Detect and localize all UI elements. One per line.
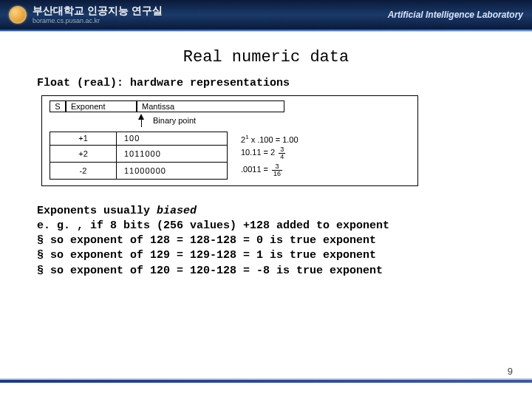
cell-result: .0011 = 316: [228, 162, 338, 179]
body-text: Exponents usually biased e. g. , if 8 bi…: [37, 204, 495, 279]
arrow-up-icon: [138, 114, 144, 127]
bullet-list: so exponent of 128 = 128-128 = 0 is true…: [37, 233, 495, 279]
cell-man: 11000000: [117, 162, 228, 179]
university-logo-icon: [9, 6, 27, 24]
field-layout-row: S Exponent Mantissa: [50, 100, 410, 112]
field-mantissa: Mantissa: [137, 100, 284, 112]
org-subtitle: borame.cs.pusan.ac.kr: [33, 17, 163, 24]
cell-man: 100: [117, 132, 228, 146]
cell-exp: -2: [50, 162, 117, 179]
field-sign: S: [50, 100, 66, 112]
slide-content: Real numeric data Float (real): hardware…: [0, 32, 532, 279]
cell-exp: +1: [50, 132, 117, 146]
line-2: e. g. , if 8 bits (256 values) +128 adde…: [37, 219, 495, 233]
binary-point-row: Binary point: [138, 114, 410, 127]
page-number: 9: [508, 366, 513, 377]
subtitle: Float (real): hardware representations: [37, 77, 495, 89]
header-left: 부산대학교 인공지능 연구실 borame.cs.pusan.ac.kr: [9, 5, 163, 24]
lab-name: Artificial Intelligence Laboratory: [388, 10, 523, 20]
table-row: -2 11000000 .0011 = 316: [50, 162, 338, 179]
cell-result: 21 x .100 = 1.00: [228, 132, 338, 146]
list-item: so exponent of 120 = 120-128 = -8 is tru…: [37, 264, 495, 279]
list-item: so exponent of 128 = 128-128 = 0 is true…: [37, 233, 495, 248]
float-diagram: S Exponent Mantissa Binary point +1 100 …: [41, 95, 418, 186]
header-title-block: 부산대학교 인공지능 연구실 borame.cs.pusan.ac.kr: [33, 5, 163, 24]
table-row: +1 100 21 x .100 = 1.00: [50, 132, 338, 146]
cell-man: 1011000: [117, 145, 228, 162]
list-item: so exponent of 129 = 129-128 = 1 is true…: [37, 248, 495, 263]
line-1: Exponents usually biased: [37, 204, 495, 219]
cell-exp: +2: [50, 145, 117, 162]
cell-result: 10.11 = 2 34: [228, 145, 338, 162]
table-row: +2 1011000 10.11 = 2 34: [50, 145, 338, 162]
org-title: 부산대학교 인공지능 연구실: [33, 5, 163, 16]
slide-header: 부산대학교 인공지능 연구실 borame.cs.pusan.ac.kr Art…: [0, 0, 532, 30]
field-exponent: Exponent: [66, 100, 137, 112]
fraction: 316: [272, 163, 282, 177]
binary-point-label: Binary point: [153, 116, 196, 125]
fraction: 34: [279, 146, 285, 160]
footer-divider: [0, 378, 532, 383]
page-title: Real numeric data: [37, 48, 495, 66]
examples-table: +1 100 21 x .100 = 1.00 +2 1011000 10.11…: [50, 132, 338, 180]
